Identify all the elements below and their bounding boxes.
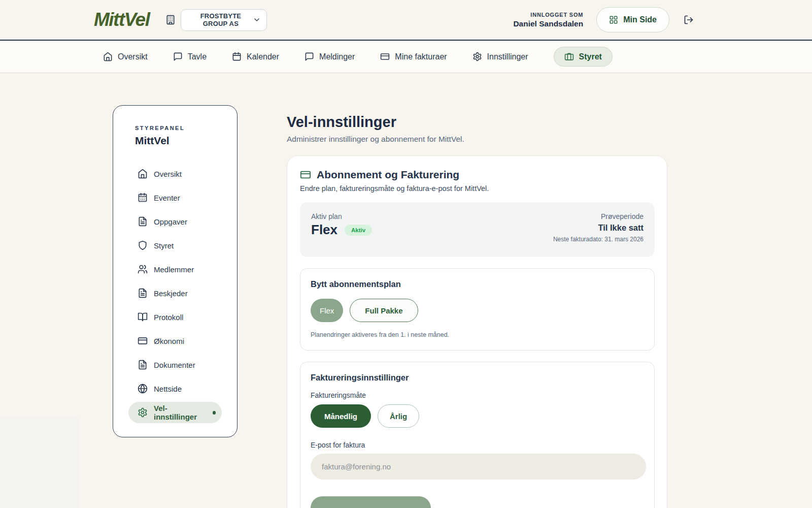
- sidebar-item-oppgaver[interactable]: Oppgaver: [128, 211, 222, 232]
- nav-item-label: Innstillinger: [487, 52, 528, 61]
- home-icon: [138, 169, 148, 179]
- sidebar-item-label: Protokoll: [154, 313, 183, 322]
- book-open-icon: [138, 312, 148, 322]
- min-side-button[interactable]: Min Side: [596, 7, 669, 33]
- sidebar-item-oversikt[interactable]: Oversikt: [128, 163, 222, 184]
- min-side-label: Min Side: [623, 15, 657, 24]
- calendar-days-icon: [138, 193, 148, 203]
- period-label: Prøveperiode: [553, 212, 644, 220]
- sidebar-item-eventer[interactable]: Eventer: [128, 187, 222, 208]
- logged-in-label: INNLOGGET SOM: [513, 12, 583, 18]
- file-text-icon: [138, 216, 148, 227]
- sidebar-item-okonomi[interactable]: Økonomi: [128, 330, 222, 352]
- page-title: Vel-innstillinger: [287, 114, 667, 131]
- nav-item-label: Oversikt: [118, 52, 148, 61]
- sidebar-item-label: Dokumenter: [154, 361, 195, 369]
- company-selector[interactable]: FROSTBYTE GROUP AS: [181, 9, 267, 31]
- invoice-email-label: E-post for faktura: [311, 441, 644, 449]
- sidebar-item-label: Vel-innstillinger: [154, 404, 207, 421]
- building-icon: [165, 15, 176, 25]
- sidebar-item-styret[interactable]: Styret: [128, 235, 222, 256]
- bottom-left-panel: [0, 417, 79, 508]
- card-subtitle: Endre plan, faktureringsmåte og faktura-…: [300, 184, 655, 193]
- nav-item-label: Tavle: [188, 52, 207, 61]
- styrepanel-sidebar: STYREPANEL MittVel Oversikt Eventer Oppg…: [113, 105, 238, 437]
- nav-item-tavle[interactable]: Tavle: [173, 52, 207, 61]
- sidebar-item-beskjeder[interactable]: Beskjeder: [128, 282, 222, 304]
- shield-icon: [138, 240, 148, 250]
- subscription-card: Abonnement og Fakturering Endre plan, fa…: [287, 155, 667, 508]
- active-plan-label: Aktiv plan: [311, 212, 372, 220]
- period-value: Til Ikke satt: [553, 223, 644, 233]
- home-icon: [103, 52, 113, 61]
- globe-icon: [138, 384, 148, 394]
- nav-item-label: Kalender: [247, 52, 279, 61]
- logout-icon: [684, 15, 694, 25]
- plan-option-flex[interactable]: Flex: [311, 299, 343, 322]
- page-subtitle: Administrer innstillinger og abonnement …: [287, 135, 667, 144]
- billing-method-label: Årlig: [390, 412, 407, 421]
- billing-method-toggle: Månedlig Årlig: [311, 404, 644, 428]
- save-button[interactable]: [311, 496, 431, 508]
- message-icon: [304, 52, 314, 61]
- file-text-icon: [138, 288, 148, 298]
- plan-option-full-pakke[interactable]: Full Pakke: [350, 299, 418, 322]
- company-selector-value: FROSTBYTE GROUP AS: [188, 12, 253, 27]
- sidebar-item-label: Styret: [154, 241, 174, 250]
- chevron-down-icon: [253, 16, 261, 24]
- company-selector-group: FROSTBYTE GROUP AS: [165, 9, 267, 31]
- sidebar-items: Oversikt Eventer Oppgaver Styret Med: [128, 163, 222, 423]
- credit-card-icon: [300, 169, 311, 180]
- sidebar-title: MittVel: [135, 135, 222, 147]
- app-logo: MittVel: [94, 9, 149, 30]
- credit-card-icon: [138, 336, 148, 346]
- nav-item-label: Styret: [579, 52, 602, 61]
- active-plan-panel: Aktiv plan Flex Aktiv Prøveperiode Til I…: [300, 202, 655, 257]
- calendar-icon: [232, 52, 242, 61]
- billing-card: Faktureringsinnstillinger Faktureringsmå…: [300, 362, 655, 508]
- billing-method-option-arlig[interactable]: Årlig: [378, 404, 419, 428]
- active-dot: [213, 411, 216, 415]
- nav-item-kalender[interactable]: Kalender: [232, 52, 279, 61]
- dashboard-grid-icon: [609, 15, 618, 24]
- plan-name: Flex: [311, 222, 337, 238]
- main-content: Vel-innstillinger Administrer innstillin…: [287, 105, 667, 508]
- plan-toggle: Flex Full Pakke: [311, 299, 644, 322]
- sidebar-item-label: Nettside: [154, 385, 182, 393]
- change-plan-title: Bytt abonnementsplan: [311, 279, 644, 289]
- billing-method-label: Månedlig: [324, 412, 357, 421]
- billing-method-option-manedlig[interactable]: Månedlig: [311, 404, 371, 428]
- sidebar-item-label: Oversikt: [154, 170, 182, 178]
- app-header: MittVel FROSTBYTE GROUP AS INNLOGGET SOM…: [0, 0, 812, 40]
- nav-item-styret[interactable]: Styret: [554, 47, 613, 67]
- nav-item-meldinger[interactable]: Meldinger: [304, 52, 355, 61]
- nav-item-innstillinger[interactable]: Innstillinger: [472, 52, 528, 61]
- gear-icon: [138, 407, 148, 418]
- change-plan-card: Bytt abonnementsplan Flex Full Pakke Pla…: [300, 268, 655, 351]
- sidebar-item-vel-innstillinger[interactable]: Vel-innstillinger: [128, 402, 222, 423]
- nav-item-oversikt[interactable]: Oversikt: [103, 52, 148, 61]
- main-nav: Oversikt Tavle Kalender Meldinger Mine f…: [0, 40, 812, 73]
- sidebar-item-nettside[interactable]: Nettside: [128, 378, 222, 399]
- briefcase-icon: [564, 52, 574, 61]
- user-name: Daniel Sandsdalen: [513, 19, 583, 28]
- nav-item-label: Meldinger: [319, 52, 355, 61]
- gear-icon: [472, 52, 482, 61]
- sidebar-item-protokoll[interactable]: Protokoll: [128, 306, 222, 328]
- credit-card-icon: [380, 52, 390, 61]
- nav-item-label: Mine fakturaer: [395, 52, 447, 61]
- logout-button[interactable]: [684, 15, 694, 25]
- sidebar-item-label: Økonomi: [154, 337, 184, 345]
- plan-change-note: Planendringer aktiveres fra den 1. i nes…: [311, 331, 644, 338]
- sidebar-item-dokumenter[interactable]: Dokumenter: [128, 354, 222, 375]
- nav-item-mine-fakturaer[interactable]: Mine fakturaer: [380, 52, 447, 61]
- sidebar-item-label: Oppgaver: [154, 217, 187, 226]
- billing-title: Faktureringsinnstillinger: [311, 373, 644, 383]
- sidebar-item-label: Medlemmer: [154, 265, 194, 274]
- billing-method-label: Faktureringsmåte: [311, 391, 644, 399]
- sidebar-eyebrow: STYREPANEL: [135, 125, 222, 131]
- sidebar-item-medlemmer[interactable]: Medlemmer: [128, 259, 222, 280]
- invoice-email-input[interactable]: [311, 454, 646, 480]
- plan-option-label: Flex: [320, 306, 334, 315]
- next-invoice-date: Neste fakturadato: 31. mars 2026: [553, 236, 644, 243]
